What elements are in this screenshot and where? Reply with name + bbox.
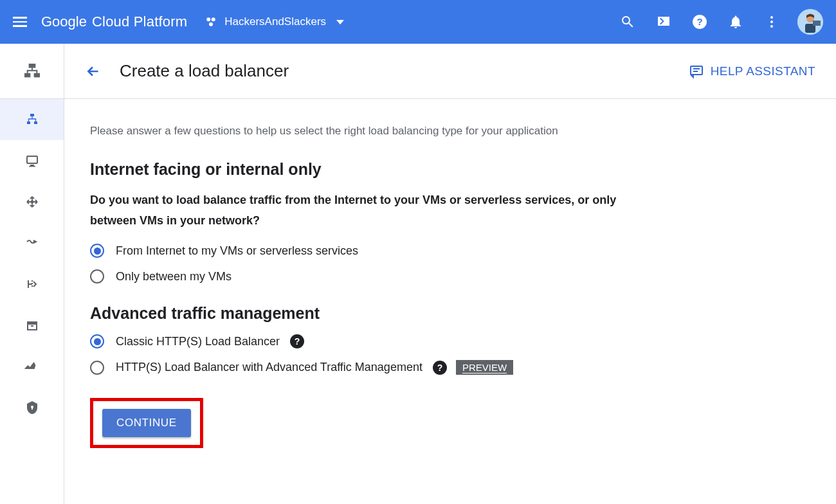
rail-item-archive[interactable] xyxy=(0,305,64,346)
radio-button[interactable] xyxy=(90,361,104,375)
help-tooltip-icon[interactable]: ? xyxy=(433,361,447,375)
radio-label: From Internet to my VMs or serverless se… xyxy=(116,244,358,258)
left-rail xyxy=(0,44,64,504)
svg-point-1 xyxy=(212,17,215,21)
svg-point-21 xyxy=(31,201,33,203)
back-arrow-icon[interactable] xyxy=(85,63,102,80)
project-selector[interactable]: HackersAndSlackers xyxy=(205,15,344,28)
rail-item-analytics[interactable] xyxy=(0,346,64,387)
svg-rect-19 xyxy=(30,165,34,166)
radio-advanced-lb[interactable]: HTTP(S) Load Balancer with Advanced Traf… xyxy=(90,360,682,375)
search-icon[interactable] xyxy=(620,14,635,30)
continue-button[interactable]: CONTINUE xyxy=(102,409,191,437)
top-bar: Google Cloud Platform HackersAndSlackers… xyxy=(0,0,836,44)
rail-item-transfer[interactable] xyxy=(0,222,64,264)
section1-question: Do you want to load balance traffic from… xyxy=(90,190,624,231)
help-icon[interactable]: ? xyxy=(692,14,707,30)
svg-rect-12 xyxy=(28,64,35,68)
help-tooltip-icon[interactable]: ? xyxy=(290,334,304,348)
intro-text: Please answer a few questions to help us… xyxy=(90,122,566,140)
logo-rest: Cloud Platform xyxy=(92,14,187,30)
radio-label: Only between my VMs xyxy=(116,270,232,284)
page-header: Create a load balancer HELP ASSISTANT xyxy=(64,44,836,99)
menu-icon[interactable] xyxy=(13,14,28,30)
svg-rect-27 xyxy=(691,66,702,75)
project-name: HackersAndSlackers xyxy=(224,15,326,28)
radio-button[interactable] xyxy=(90,244,104,258)
section2-title: Advanced traffic management xyxy=(90,304,682,323)
svg-rect-16 xyxy=(27,122,30,124)
svg-rect-20 xyxy=(29,166,35,167)
svg-point-0 xyxy=(207,17,211,21)
rail-item-monitor[interactable] xyxy=(0,140,64,181)
notifications-icon[interactable] xyxy=(728,14,743,30)
rail-header-network-icon[interactable] xyxy=(0,44,64,99)
svg-point-5 xyxy=(770,16,773,19)
help-assistant-button[interactable]: HELP ASSISTANT xyxy=(689,64,815,79)
rail-item-network-split[interactable] xyxy=(0,264,64,305)
svg-rect-18 xyxy=(27,156,37,163)
svg-rect-15 xyxy=(30,114,34,116)
main-content: Create a load balancer HELP ASSISTANT Pl… xyxy=(64,44,836,504)
svg-rect-11 xyxy=(813,21,821,26)
radio-internet-to-vms[interactable]: From Internet to my VMs or serverless se… xyxy=(90,244,682,258)
project-icon xyxy=(205,16,217,28)
svg-point-6 xyxy=(770,21,773,23)
radio-label: HTTP(S) Load Balancer with Advanced Traf… xyxy=(116,361,423,374)
highlight-annotation: CONTINUE xyxy=(90,398,203,448)
svg-rect-14 xyxy=(33,73,39,77)
svg-rect-23 xyxy=(28,324,37,330)
more-icon[interactable] xyxy=(764,14,779,30)
rail-item-move[interactable] xyxy=(0,181,64,222)
help-assistant-label: HELP ASSISTANT xyxy=(711,64,815,78)
svg-text:?: ? xyxy=(696,16,702,27)
radio-classic-lb[interactable]: Classic HTTP(S) Load Balancer ? xyxy=(90,334,682,348)
svg-rect-24 xyxy=(31,325,33,327)
dropdown-icon xyxy=(336,20,344,24)
preview-badge[interactable]: PREVIEW xyxy=(456,360,513,375)
radio-only-between-vms[interactable]: Only between my VMs xyxy=(90,269,682,284)
svg-rect-13 xyxy=(24,73,30,77)
svg-rect-26 xyxy=(32,408,33,410)
chat-icon xyxy=(689,64,704,79)
rail-item-security[interactable] xyxy=(0,387,64,428)
rail-item-loadbalancing[interactable] xyxy=(0,99,64,140)
page-title: Create a load balancer xyxy=(120,61,689,81)
radio-label: Classic HTTP(S) Load Balancer xyxy=(116,335,280,348)
svg-point-2 xyxy=(209,22,213,26)
svg-point-7 xyxy=(770,25,773,28)
cloudshell-icon[interactable] xyxy=(656,14,671,30)
logo-google: Google xyxy=(41,14,87,30)
svg-rect-17 xyxy=(34,122,37,124)
section1-title: Internet facing or internal only xyxy=(90,160,682,179)
user-avatar[interactable] xyxy=(797,9,823,35)
radio-button[interactable] xyxy=(90,269,104,284)
radio-button[interactable] xyxy=(90,334,104,348)
product-logo[interactable]: Google Cloud Platform xyxy=(41,14,187,30)
svg-rect-22 xyxy=(27,321,37,323)
